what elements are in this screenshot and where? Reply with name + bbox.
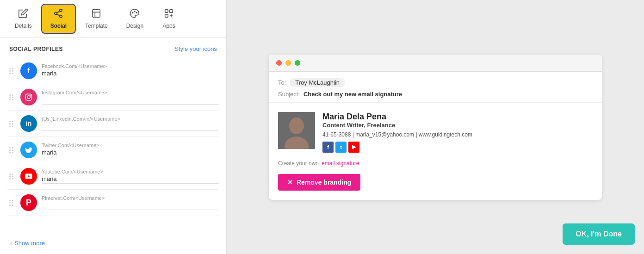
drag-dot [12,147,13,149]
tab-design-label: Design [126,23,143,29]
email-to-row: To: Troy McLaughlin [278,78,593,87]
drag-dot [9,70,11,72]
linkedin-url-label: (Us.)Linkedin.Com/In/<Username> [42,116,219,122]
email-header: To: Troy McLaughlin Subject: Check out m… [269,72,602,103]
drag-handle-facebook[interactable] [7,66,16,76]
twitter-icon [20,142,37,158]
drag-dot [12,152,13,153]
tab-social[interactable]: Social [41,4,76,34]
pinterest-url-label: Pinterest.Com/<Username> [42,195,219,201]
facebook-input[interactable] [42,69,219,78]
drag-dot [9,68,11,69]
remove-branding-label: Remove branding [297,179,351,186]
svg-point-10 [136,12,137,13]
youtube-url-label: Youtube.Com/<Username> [42,169,219,174]
drag-dot [12,178,13,180]
style-icons-link[interactable]: Style your icons [174,45,217,52]
signature-block: Maria Dela Pena Content Writer, Freelanc… [278,112,593,153]
svg-point-18 [289,118,304,134]
tab-apps-label: Apps [162,23,175,29]
tab-template-label: Template [85,23,108,29]
email-recipient: Troy McLaughlin [290,78,345,87]
drag-handle-youtube[interactable] [7,172,16,181]
branding-link[interactable]: email signature [322,160,359,167]
twitter-input[interactable] [42,148,219,157]
drag-dot [12,68,13,69]
drag-dot [9,200,11,201]
tab-design[interactable]: Design [117,4,153,34]
drag-handle-twitter[interactable] [7,145,16,155]
instagram-input-group: Instagram.Com/<Username> [42,90,219,105]
tab-details[interactable]: Details [6,4,41,34]
left-panel: Details Social T [0,0,227,254]
drag-dot [9,149,11,151]
ok-done-button[interactable]: OK, I'm Done [563,223,635,245]
list-item: f Facebook.Com/<Username> [7,58,219,84]
nav-tabs: Details Social T [0,0,226,38]
chrome-close-dot [276,60,282,66]
avatar-image [278,112,315,149]
svg-rect-13 [165,14,168,17]
facebook-input-group: Facebook.Com/<Username> [42,63,219,78]
svg-point-2 [60,15,62,18]
linkedin-input-group: (Us.)Linkedin.Com/In/<Username> [42,116,219,131]
youtube-input[interactable] [42,174,219,184]
facebook-icon: f [20,62,37,79]
chrome-maximize-dot [295,60,300,66]
drag-dot [9,202,11,204]
drag-dot [12,202,13,204]
linkedin-icon: in [20,115,37,132]
subject-label: Subject: [278,91,300,98]
pinterest-input-group: Pinterest.Com/<Username> [42,195,219,210]
tab-template[interactable]: Template [76,4,117,34]
drag-dot [12,125,13,127]
svg-point-1 [55,12,57,15]
drag-dot [9,97,11,98]
drag-handle-pinterest[interactable] [7,198,16,208]
drag-handle-linkedin[interactable] [7,119,16,129]
drag-dot [12,204,13,206]
list-item: Twitter.Com/<Username> [7,137,219,163]
design-icon [130,8,140,21]
youtube-input-group: Youtube.Com/<Username> [42,169,219,184]
drag-dot [9,73,11,74]
avatar [278,112,315,149]
svg-rect-5 [93,10,100,18]
svg-rect-14 [25,94,31,100]
linkedin-input[interactable] [42,122,219,131]
drag-dot [9,94,11,96]
drag-dot [12,173,13,175]
drag-dot [9,178,11,180]
drag-dot [12,123,13,124]
youtube-icon [20,168,37,185]
drag-dot [12,121,13,122]
drag-dot [12,176,13,177]
drag-dot [12,94,13,96]
instagram-input[interactable] [42,95,219,105]
facebook-url-label: Facebook.Com/<Username> [42,63,219,69]
section-header: SOCIAL PROFILES Style your icons [0,38,226,58]
drag-dot [9,173,11,175]
email-body: Maria Dela Pena Content Writer, Freelanc… [269,103,602,200]
remove-branding-button[interactable]: ✕ Remove branding [278,174,360,191]
to-label: To: [278,79,286,86]
drag-dot [12,99,13,100]
section-title: SOCIAL PROFILES [9,46,63,52]
right-panel: To: Troy McLaughlin Subject: Check out m… [227,0,644,254]
email-chrome-bar [269,55,602,72]
instagram-url-label: Instagram.Com/<Username> [42,90,219,95]
drag-dot [9,152,11,153]
drag-dot [12,70,13,72]
list-item: Instagram.Com/<Username> [7,84,219,111]
list-item: P Pinterest.Com/<Username> [7,190,219,216]
sig-name: Maria Dela Pena [322,112,472,122]
svg-point-15 [27,96,31,99]
svg-point-0 [60,9,62,12]
svg-point-16 [30,95,31,96]
show-more-button[interactable]: + Show more [0,232,226,254]
sig-twitter-icon: t [335,142,347,153]
tab-apps[interactable]: Apps [153,4,185,34]
drag-handle-instagram[interactable] [7,93,16,102]
pinterest-input[interactable] [42,201,219,210]
svg-point-8 [132,12,133,13]
